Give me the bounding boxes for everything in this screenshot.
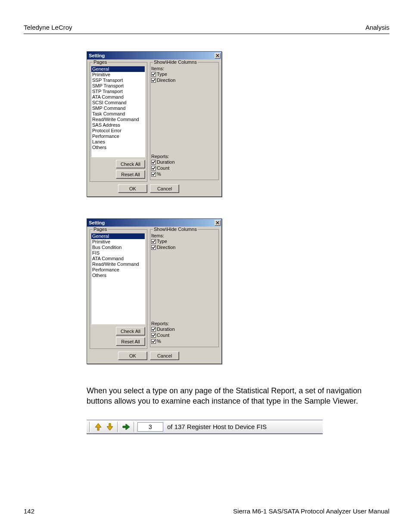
checkbox-row[interactable]: % (151, 338, 217, 344)
cancel-button[interactable]: Cancel (150, 184, 179, 193)
checkbox-icon[interactable] (151, 339, 156, 344)
list-item[interactable]: SSP Transport (91, 78, 145, 83)
titlebar: Setting (87, 219, 221, 227)
checkbox-label: Duration (157, 326, 175, 332)
header-left: Teledyne LeCroy (24, 24, 72, 31)
checkbox-icon[interactable] (151, 72, 156, 77)
pages-legend: Pages (93, 59, 108, 65)
header-right: Analysis (365, 24, 389, 31)
body-paragraph: When you select a type on any page of th… (87, 386, 388, 407)
titlebar: Setting (87, 52, 221, 59)
cancel-button[interactable]: Cancel (150, 352, 179, 360)
list-item[interactable]: ATA Command (91, 94, 145, 100)
list-item[interactable]: Primitive (91, 239, 145, 245)
ok-button[interactable]: OK (118, 184, 147, 193)
checkbox-label: Type (157, 238, 167, 244)
checkbox-row[interactable]: Duration (151, 326, 217, 332)
checkbox-label: Type (157, 71, 167, 77)
list-item[interactable]: Primitive (91, 72, 145, 78)
list-item[interactable]: STP Transport (91, 89, 145, 94)
list-item[interactable]: SCSI Command (91, 100, 145, 106)
right-arrow-icon[interactable] (121, 422, 131, 432)
separator-icon (134, 422, 135, 432)
checkbox-row[interactable]: Count (151, 165, 217, 171)
checkbox-label: Count (157, 332, 169, 338)
separator-icon (89, 422, 91, 432)
list-item[interactable]: Read/Write Command (91, 117, 145, 122)
pages-list[interactable]: GeneralPrimitiveSSP TransportSMP Transpo… (91, 66, 145, 157)
checkbox-label: % (157, 171, 161, 177)
list-item[interactable]: FIS (91, 250, 145, 256)
list-item[interactable]: SMP Command (91, 106, 145, 111)
checkbox-icon[interactable] (151, 78, 156, 83)
checkbox-row[interactable]: Duration (151, 159, 217, 165)
list-item[interactable]: SMP Transport (91, 83, 145, 89)
setting-dialog-2: Setting Pages GeneralPrimitiveBus Condit… (87, 218, 222, 364)
pages-list[interactable]: GeneralPrimitiveBus ConditionFISATA Comm… (91, 233, 145, 324)
checkbox-icon[interactable] (151, 172, 156, 177)
checkbox-label: Direction (157, 244, 175, 250)
nav-toolbar: of 137 Register Host to Device FIS (87, 420, 323, 434)
up-arrow-icon[interactable] (93, 422, 103, 432)
checkbox-row[interactable]: Direction (151, 77, 217, 83)
list-item[interactable]: Read/Write Command (91, 261, 145, 267)
checkbox-icon[interactable] (151, 327, 156, 332)
pages-legend: Pages (93, 227, 108, 232)
page-number: 142 (24, 507, 34, 515)
checkbox-row[interactable]: Type (151, 71, 217, 77)
manual-title: Sierra M6-1 SAS/SATA Protocol Analyzer U… (233, 507, 389, 515)
list-item[interactable]: Bus Condition (91, 245, 145, 250)
checkbox-icon[interactable] (151, 333, 156, 338)
list-item[interactable]: Lanes (91, 139, 145, 145)
checkbox-row[interactable]: Direction (151, 244, 217, 250)
checkbox-label: Count (157, 165, 169, 171)
checkbox-label: % (157, 338, 161, 344)
reports-checks: DurationCount% (151, 159, 217, 177)
reset-all-button[interactable]: Reset All (116, 337, 145, 346)
checkbox-icon[interactable] (151, 166, 156, 171)
close-icon[interactable] (215, 53, 221, 59)
checkbox-row[interactable]: Type (151, 238, 217, 244)
down-arrow-icon[interactable] (105, 422, 115, 432)
list-item[interactable]: SAS Address (91, 122, 145, 128)
list-item[interactable]: Task Command (91, 111, 145, 117)
check-all-button[interactable]: Check All (116, 327, 145, 336)
showhide-legend: Show\Hide Columns (153, 227, 198, 232)
items-label: Items: (151, 233, 217, 238)
separator-icon (117, 422, 119, 432)
setting-dialog-1: Setting Pages GeneralPrimitiveSSP Transp… (87, 51, 222, 197)
close-icon[interactable] (215, 220, 221, 226)
list-item[interactable]: Performance (91, 134, 145, 139)
list-item[interactable]: Others (91, 273, 145, 278)
list-item[interactable]: Performance (91, 267, 145, 273)
list-item[interactable]: Others (91, 145, 145, 150)
nav-index-input[interactable] (137, 422, 163, 432)
checkbox-row[interactable]: % (151, 171, 217, 177)
checkbox-label: Direction (157, 77, 175, 83)
checkbox-icon[interactable] (151, 160, 156, 165)
reset-all-button[interactable]: Reset All (116, 170, 145, 179)
dialog-title: Setting (89, 53, 105, 58)
list-item[interactable]: General (91, 66, 145, 72)
ok-button[interactable]: OK (118, 352, 147, 360)
checkbox-label: Duration (157, 159, 175, 165)
checkbox-icon[interactable] (151, 239, 156, 244)
list-item[interactable]: ATA Command (91, 256, 145, 261)
items-label: Items: (151, 66, 217, 71)
checkbox-icon[interactable] (151, 245, 156, 250)
items-checks: TypeDirection (151, 238, 217, 250)
list-item[interactable]: General (91, 233, 145, 239)
dialog-title: Setting (89, 220, 105, 225)
list-item[interactable]: Protocol Error (91, 128, 145, 134)
check-all-button[interactable]: Check All (116, 160, 145, 168)
showhide-legend: Show\Hide Columns (153, 59, 198, 65)
items-checks: TypeDirection (151, 71, 217, 83)
checkbox-row[interactable]: Count (151, 332, 217, 338)
nav-of-text: of 137 Register Host to Device FIS (165, 423, 267, 430)
reports-label: Reports: (151, 321, 217, 326)
reports-label: Reports: (151, 154, 217, 159)
reports-checks: DurationCount% (151, 326, 217, 344)
